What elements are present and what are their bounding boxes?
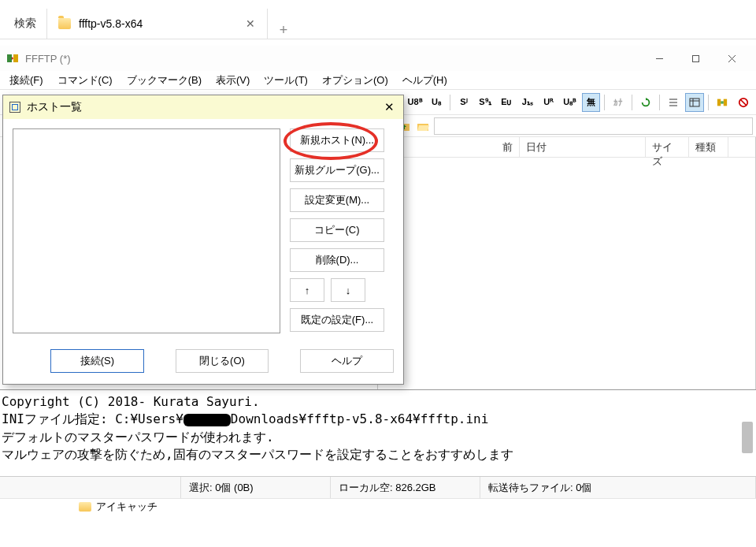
connect-button[interactable]: 接続(S) <box>50 349 144 373</box>
menu-view[interactable]: 表示(V) <box>209 72 256 89</box>
svg-rect-1 <box>13 54 18 62</box>
status-queue: 転送待ちファイル: 0個 <box>480 477 756 498</box>
tab-title: ffftp-v5.8-x64 <box>79 17 237 30</box>
menu-help[interactable]: ヘルプ(H) <box>396 72 454 89</box>
scrollbar-thumb[interactable] <box>742 422 753 453</box>
modify-button[interactable]: 設定変更(M)... <box>290 188 384 212</box>
encoding-s-button[interactable]: Sᴶ <box>454 93 473 112</box>
menu-bookmark[interactable]: ブックマーク(B) <box>120 72 208 89</box>
search-tab[interactable]: 検索 <box>0 9 47 39</box>
encoding-j-button[interactable]: J₁ₛ <box>518 93 537 112</box>
log-line: マルウェアの攻撃を防ぐため,固有のマスターパスワードを設定することをおすすめしま… <box>2 446 754 463</box>
delete-button[interactable]: 削除(D)... <box>290 248 384 272</box>
col-date[interactable]: 日付 <box>520 137 646 157</box>
dialog-close-button[interactable]: ✕ <box>381 99 397 115</box>
separator <box>708 95 709 110</box>
search-label: 検索 <box>14 17 36 31</box>
default-settings-button[interactable]: 既定の設定(F)... <box>290 308 384 332</box>
stop-button[interactable] <box>734 93 753 112</box>
open-folder-icon[interactable] <box>415 118 431 134</box>
refresh-button[interactable] <box>636 93 655 112</box>
svg-rect-0 <box>7 54 12 62</box>
menu-option[interactable]: オプション(O) <box>316 72 395 89</box>
folder-icon <box>58 18 71 29</box>
encoding-u8b2-button[interactable]: U₈ᴮ <box>561 93 580 112</box>
move-down-button[interactable]: ↓ <box>331 278 365 302</box>
menubar: 接続(F) コマンド(C) ブックマーク(B) 表示(V) ツール(T) オプシ… <box>0 71 756 90</box>
encoding-u8b-button[interactable]: U8ᴮ <box>406 93 424 112</box>
host-list-dialog: ホスト一覧 ✕ 新規ホスト(N)... 新規グループ(G)... 設定変更(M)… <box>2 95 404 385</box>
status-selection: 選択: 0個 (0B) <box>181 477 331 498</box>
browser-tab[interactable]: ffftp-v5.8-x64 ✕ <box>47 9 268 39</box>
log-line: Copyright (C) 2018- Kurata Sayuri. <box>2 393 754 411</box>
list-view-button[interactable] <box>664 93 683 112</box>
encoding-e-button[interactable]: Eᴜ <box>497 93 516 112</box>
menu-connect[interactable]: 接続(F) <box>3 72 50 89</box>
redaction <box>183 414 231 426</box>
remote-pane: 前 日付 サイズ 種類 <box>378 137 756 389</box>
new-tab-button[interactable]: + <box>268 22 299 39</box>
remote-columns: 前 日付 サイズ 種類 <box>378 137 755 158</box>
dialog-body: 新規ホスト(N)... 新規グループ(G)... 設定変更(M)... コピー(… <box>3 119 403 343</box>
maximize-button[interactable] <box>677 46 713 71</box>
encoding-ur-button[interactable]: Uᴿ <box>539 93 558 112</box>
titlebar: FFFTP (*) <box>0 46 756 71</box>
sync-button[interactable] <box>713 93 732 112</box>
app-icon <box>6 52 19 65</box>
log-pane: Copyright (C) 2018- Kurata Sayuri. INIファ… <box>0 389 756 476</box>
svg-rect-13 <box>724 99 727 106</box>
host-listbox[interactable] <box>13 128 280 333</box>
menu-command[interactable]: コマンド(C) <box>51 72 119 89</box>
new-host-button[interactable]: 新規ホスト(N)... <box>290 128 384 152</box>
minimize-button[interactable] <box>641 46 677 71</box>
svg-rect-9 <box>690 99 699 106</box>
svg-rect-12 <box>717 99 721 106</box>
taskbar-label: アイキャッチ <box>96 500 158 514</box>
encoding-s91-button[interactable]: S⁹₁ <box>476 93 495 112</box>
help-button[interactable]: ヘルプ <box>300 349 394 373</box>
detail-view-button[interactable] <box>685 93 704 112</box>
dialog-footer: 接続(S) 閉じる(O) ヘルプ <box>3 343 403 384</box>
status-localfree: ローカル空: 826.2GB <box>331 477 480 498</box>
encoding-none-button[interactable]: 無 <box>582 93 601 112</box>
col-type[interactable]: 種類 <box>689 137 728 157</box>
svg-rect-3 <box>692 55 699 61</box>
dialog-titlebar: ホスト一覧 ✕ <box>3 95 403 119</box>
dialog-title: ホスト一覧 <box>27 100 381 114</box>
svg-line-15 <box>741 99 747 105</box>
dialog-icon <box>9 102 20 113</box>
remote-path-input[interactable] <box>434 117 753 135</box>
close-dialog-button[interactable]: 閉じる(O) <box>176 349 269 373</box>
browser-tabbar: 検索 ffftp-v5.8-x64 ✕ + <box>0 0 756 39</box>
move-up-button[interactable]: ↑ <box>290 278 324 302</box>
log-line: デフォルトのマスターパスワードが使われます. <box>2 429 754 446</box>
folder-icon <box>79 502 91 512</box>
col-size[interactable]: サイズ <box>646 137 689 157</box>
close-button[interactable] <box>713 46 750 71</box>
new-group-button[interactable]: 新規グループ(G)... <box>290 158 384 182</box>
separator <box>604 95 605 110</box>
window-title: FFFTP (*) <box>25 53 641 65</box>
log-line: INIファイル指定: C:¥Users¥Downloads¥ffftp-v5.8… <box>2 411 754 428</box>
kana-button[interactable]: ｶﾅ <box>609 93 628 112</box>
taskbar-fragment: アイキャッチ <box>0 498 756 514</box>
separator <box>632 95 632 110</box>
separator <box>450 95 450 110</box>
status-bar: 選択: 0個 (0B) ローカル空: 826.2GB 転送待ちファイル: 0個 <box>0 476 756 498</box>
close-icon[interactable]: ✕ <box>245 18 256 29</box>
dialog-button-column: 新規ホスト(N)... 新規グループ(G)... 設定変更(M)... コピー(… <box>290 128 384 333</box>
copy-button[interactable]: コピー(C) <box>290 218 384 242</box>
separator <box>659 95 660 110</box>
remote-file-list[interactable] <box>378 158 755 389</box>
menu-tool[interactable]: ツール(T) <box>258 72 314 89</box>
encoding-u8-button[interactable]: U₈ <box>427 93 446 112</box>
